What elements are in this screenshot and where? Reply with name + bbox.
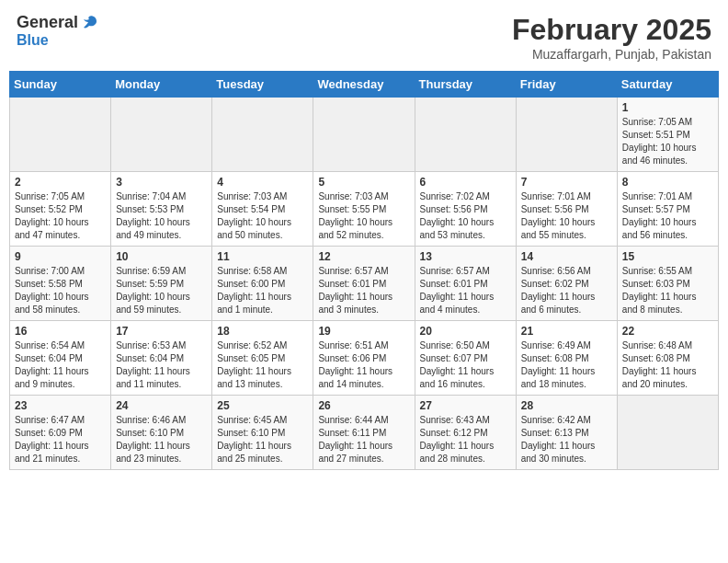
day-info: Sunrise: 7:05 AM Sunset: 5:52 PM Dayligh…: [15, 190, 106, 242]
day-info: Sunrise: 6:56 AM Sunset: 6:02 PM Dayligh…: [521, 265, 612, 316]
calendar-cell: 1Sunrise: 7:05 AM Sunset: 5:51 PM Daylig…: [617, 98, 718, 172]
calendar-cell: 17Sunrise: 6:53 AM Sunset: 6:04 PM Dayli…: [111, 321, 212, 396]
day-number: 2: [15, 176, 106, 189]
weekday-header-saturday: Saturday: [617, 72, 718, 98]
day-number: 15: [622, 250, 713, 263]
page-header: General Blue February 2025 Muzaffargarh,…: [9, 9, 719, 65]
calendar-cell: 20Sunrise: 6:50 AM Sunset: 6:07 PM Dayli…: [415, 321, 516, 396]
calendar-cell: [415, 98, 516, 172]
calendar-cell: 11Sunrise: 6:58 AM Sunset: 6:00 PM Dayli…: [212, 247, 313, 321]
calendar-cell: 24Sunrise: 6:46 AM Sunset: 6:10 PM Dayli…: [111, 396, 212, 470]
day-info: Sunrise: 7:04 AM Sunset: 5:53 PM Dayligh…: [116, 190, 207, 242]
logo-general-text: General: [17, 13, 78, 32]
day-number: 8: [622, 176, 713, 189]
day-number: 11: [217, 250, 308, 263]
weekday-header-sunday: Sunday: [10, 72, 111, 98]
day-info: Sunrise: 7:01 AM Sunset: 5:56 PM Dayligh…: [521, 190, 612, 242]
day-number: 5: [318, 176, 409, 189]
calendar-cell: 22Sunrise: 6:48 AM Sunset: 6:08 PM Dayli…: [617, 321, 718, 396]
day-info: Sunrise: 7:00 AM Sunset: 5:58 PM Dayligh…: [15, 265, 106, 316]
day-number: 24: [116, 399, 207, 412]
day-number: 9: [15, 250, 106, 263]
calendar-cell: 8Sunrise: 7:01 AM Sunset: 5:57 PM Daylig…: [617, 172, 718, 247]
day-info: Sunrise: 6:47 AM Sunset: 6:09 PM Dayligh…: [15, 414, 106, 465]
calendar-cell: 6Sunrise: 7:02 AM Sunset: 5:56 PM Daylig…: [415, 172, 516, 247]
day-info: Sunrise: 6:43 AM Sunset: 6:12 PM Dayligh…: [420, 414, 511, 465]
day-number: 27: [420, 399, 511, 412]
calendar-week-row: 2Sunrise: 7:05 AM Sunset: 5:52 PM Daylig…: [10, 172, 719, 247]
day-info: Sunrise: 7:03 AM Sunset: 5:54 PM Dayligh…: [217, 190, 308, 242]
day-number: 3: [116, 176, 207, 189]
calendar-cell: 25Sunrise: 6:45 AM Sunset: 6:10 PM Dayli…: [212, 396, 313, 470]
day-number: 26: [318, 399, 409, 412]
day-info: Sunrise: 6:57 AM Sunset: 6:01 PM Dayligh…: [318, 265, 409, 316]
calendar-cell: 12Sunrise: 6:57 AM Sunset: 6:01 PM Dayli…: [313, 247, 415, 321]
calendar-cell: 23Sunrise: 6:47 AM Sunset: 6:09 PM Dayli…: [10, 396, 111, 470]
calendar-cell: 18Sunrise: 6:52 AM Sunset: 6:05 PM Dayli…: [212, 321, 313, 396]
day-info: Sunrise: 6:59 AM Sunset: 5:59 PM Dayligh…: [116, 265, 207, 316]
day-info: Sunrise: 6:57 AM Sunset: 6:01 PM Dayligh…: [420, 265, 511, 316]
logo-bird-icon: [80, 14, 98, 32]
logo: General Blue: [17, 13, 98, 49]
calendar-header-row: SundayMondayTuesdayWednesdayThursdayFrid…: [10, 72, 719, 98]
day-number: 18: [217, 325, 308, 338]
month-title: February 2025: [512, 13, 711, 47]
day-number: 1: [622, 101, 713, 114]
weekday-header-tuesday: Tuesday: [212, 72, 313, 98]
calendar-cell: 15Sunrise: 6:55 AM Sunset: 6:03 PM Dayli…: [617, 247, 718, 321]
weekday-header-monday: Monday: [111, 72, 212, 98]
calendar-cell: 7Sunrise: 7:01 AM Sunset: 5:56 PM Daylig…: [516, 172, 617, 247]
day-info: Sunrise: 6:52 AM Sunset: 6:05 PM Dayligh…: [217, 339, 308, 391]
day-number: 14: [521, 250, 612, 263]
calendar-week-row: 23Sunrise: 6:47 AM Sunset: 6:09 PM Dayli…: [10, 396, 719, 470]
calendar-cell: 13Sunrise: 6:57 AM Sunset: 6:01 PM Dayli…: [415, 247, 516, 321]
calendar-week-row: 16Sunrise: 6:54 AM Sunset: 6:04 PM Dayli…: [10, 321, 719, 396]
calendar-cell: 9Sunrise: 7:00 AM Sunset: 5:58 PM Daylig…: [10, 247, 111, 321]
day-number: 16: [15, 325, 106, 338]
logo-blue-text: Blue: [17, 32, 49, 49]
day-info: Sunrise: 6:42 AM Sunset: 6:13 PM Dayligh…: [521, 414, 612, 465]
calendar-cell: [10, 98, 111, 172]
calendar-cell: 28Sunrise: 6:42 AM Sunset: 6:13 PM Dayli…: [516, 396, 617, 470]
weekday-header-friday: Friday: [516, 72, 617, 98]
calendar-cell: 14Sunrise: 6:56 AM Sunset: 6:02 PM Dayli…: [516, 247, 617, 321]
day-info: Sunrise: 6:49 AM Sunset: 6:08 PM Dayligh…: [521, 339, 612, 391]
weekday-header-thursday: Thursday: [415, 72, 516, 98]
day-number: 12: [318, 250, 409, 263]
day-info: Sunrise: 6:51 AM Sunset: 6:06 PM Dayligh…: [318, 339, 409, 391]
calendar-week-row: 1Sunrise: 7:05 AM Sunset: 5:51 PM Daylig…: [10, 98, 719, 172]
day-number: 25: [217, 399, 308, 412]
calendar-cell: 2Sunrise: 7:05 AM Sunset: 5:52 PM Daylig…: [10, 172, 111, 247]
day-info: Sunrise: 6:46 AM Sunset: 6:10 PM Dayligh…: [116, 414, 207, 465]
title-section: February 2025 Muzaffargarh, Punjab, Paki…: [512, 13, 711, 62]
day-info: Sunrise: 6:54 AM Sunset: 6:04 PM Dayligh…: [15, 339, 106, 391]
day-number: 22: [622, 325, 713, 338]
day-number: 10: [116, 250, 207, 263]
calendar-cell: [212, 98, 313, 172]
calendar-cell: 5Sunrise: 7:03 AM Sunset: 5:55 PM Daylig…: [313, 172, 415, 247]
calendar-cell: [313, 98, 415, 172]
day-number: 28: [521, 399, 612, 412]
location-text: Muzaffargarh, Punjab, Pakistan: [512, 47, 711, 62]
day-number: 17: [116, 325, 207, 338]
calendar-cell: 16Sunrise: 6:54 AM Sunset: 6:04 PM Dayli…: [10, 321, 111, 396]
day-info: Sunrise: 6:58 AM Sunset: 6:00 PM Dayligh…: [217, 265, 308, 316]
day-number: 19: [318, 325, 409, 338]
calendar-table: SundayMondayTuesdayWednesdayThursdayFrid…: [9, 71, 719, 470]
day-info: Sunrise: 7:05 AM Sunset: 5:51 PM Dayligh…: [622, 116, 713, 167]
day-info: Sunrise: 6:48 AM Sunset: 6:08 PM Dayligh…: [622, 339, 713, 391]
day-number: 20: [420, 325, 511, 338]
day-number: 7: [521, 176, 612, 189]
calendar-cell: 10Sunrise: 6:59 AM Sunset: 5:59 PM Dayli…: [111, 247, 212, 321]
day-info: Sunrise: 6:44 AM Sunset: 6:11 PM Dayligh…: [318, 414, 409, 465]
calendar-cell: [516, 98, 617, 172]
day-info: Sunrise: 6:50 AM Sunset: 6:07 PM Dayligh…: [420, 339, 511, 391]
day-info: Sunrise: 7:01 AM Sunset: 5:57 PM Dayligh…: [622, 190, 713, 242]
calendar-cell: 27Sunrise: 6:43 AM Sunset: 6:12 PM Dayli…: [415, 396, 516, 470]
calendar-cell: [111, 98, 212, 172]
day-number: 4: [217, 176, 308, 189]
day-info: Sunrise: 7:03 AM Sunset: 5:55 PM Dayligh…: [318, 190, 409, 242]
day-number: 21: [521, 325, 612, 338]
day-number: 23: [15, 399, 106, 412]
calendar-cell: 21Sunrise: 6:49 AM Sunset: 6:08 PM Dayli…: [516, 321, 617, 396]
